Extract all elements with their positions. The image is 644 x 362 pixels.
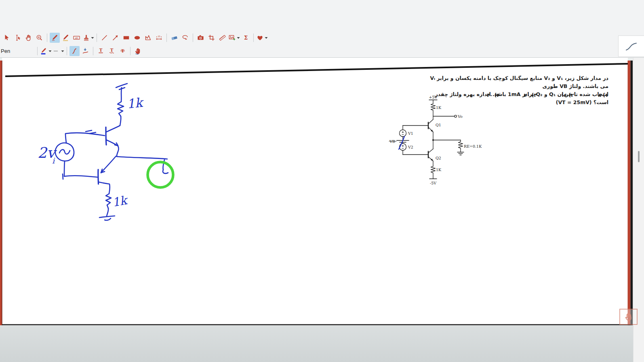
pen-mode-label: Pen (0, 48, 35, 54)
toolbar-separator (37, 47, 38, 55)
pen-options-buttons: TTT (40, 46, 143, 56)
dropdown-caret-icon[interactable] (265, 37, 268, 39)
image-add-icon (228, 34, 236, 42)
hand-icon (623, 311, 634, 322)
dropdown-caret-icon[interactable] (61, 50, 64, 52)
toolbar-separator (97, 33, 97, 42)
polygon-tool-button[interactable] (143, 33, 153, 43)
palm-icon (134, 47, 142, 55)
ruler-icon (219, 34, 226, 42)
toolbar-row-tools: abl10Σ (1, 33, 268, 43)
lasso-icon (181, 34, 189, 42)
t-strike-icon: T (119, 47, 126, 55)
scrollbar-thumb[interactable] (638, 151, 640, 162)
line-icon (101, 34, 108, 42)
pen-color-icon (40, 47, 48, 55)
heart-icon (256, 34, 264, 42)
underline-text-button[interactable]: T (96, 46, 106, 56)
option-2: ۱۶ (۲ (561, 92, 574, 98)
toolbar-row-pen-options: Pen TTT (0, 45, 143, 57)
crop-icon (208, 34, 215, 42)
eraser-tool-button[interactable] (169, 33, 179, 43)
arrow-tool-button[interactable] (110, 33, 120, 43)
pressure-icon (82, 47, 89, 55)
crop-tool-button[interactable] (206, 33, 217, 43)
dropdown-caret-icon[interactable] (48, 50, 52, 52)
measure-icon: 10 (155, 34, 163, 42)
favorites-tool-button[interactable] (256, 33, 268, 43)
option-4: ۴۰ (۴ (487, 92, 500, 98)
arrow-icon (112, 34, 119, 42)
rect-icon (122, 34, 130, 42)
formula-tool-button[interactable]: Σ (241, 33, 251, 43)
smooth-ink-button[interactable] (69, 46, 80, 56)
toolbar-separator (193, 33, 193, 42)
dropdown-caret-icon[interactable] (91, 37, 94, 39)
answer-options: ۴۰ (۴ ۲۰ (۳ ۱۶ (۲ ۸ (۱ (487, 92, 608, 98)
toolbar-separator (253, 33, 254, 42)
pen-style-button[interactable] (40, 46, 52, 56)
svg-text:T: T (99, 48, 103, 52)
camera-icon (197, 34, 204, 42)
option-1: ۸ (۱ (598, 92, 608, 98)
sigma-icon: Σ (242, 34, 250, 42)
insert-image-tool-button[interactable] (228, 33, 240, 43)
select-tool-button[interactable] (2, 33, 12, 43)
toolbar-separator (130, 47, 130, 55)
toolbar: abl10Σ Pen TTT (0, 0, 644, 58)
stamp-tool-button[interactable] (82, 33, 94, 43)
palm-rejection-button[interactable] (133, 46, 143, 56)
toolbar-separator (67, 47, 67, 55)
squiggle-underline-text-button[interactable]: T (107, 46, 117, 56)
question-text: در مدار شکل زیر، V₁ و V₂ منابع سیگنال کو… (420, 74, 608, 107)
text-select-tool-button[interactable] (13, 33, 23, 43)
line-width-icon (53, 47, 60, 55)
touch-pan-button[interactable] (619, 309, 638, 325)
toolbar-separator (93, 47, 93, 55)
document-area[interactable]: در مدار شکل زیر، V₁ و V₂ منابع سیگنال کو… (0, 58, 644, 362)
stamp-icon (82, 34, 90, 42)
app-window: { "app": { "pen_label": "Pen" }, "toolba… (0, 0, 644, 362)
snapshot-tool-button[interactable] (196, 33, 206, 43)
svg-text:Σ: Σ (244, 34, 248, 41)
measure-tool-button[interactable]: 10 (154, 33, 164, 43)
hand-icon (25, 34, 32, 42)
question-line-1: در مدار شکل زیر، V₁ و V₂ منابع سیگنال کو… (420, 74, 608, 90)
ink-pressure-button[interactable] (80, 46, 90, 56)
marker-icon (62, 34, 69, 42)
pen-width-button[interactable] (53, 46, 64, 56)
toolbar-separator (47, 33, 47, 42)
stroke-preview-curve-icon (625, 41, 638, 52)
marker-tool-button[interactable] (61, 33, 71, 43)
textbox-icon: abl (73, 34, 80, 42)
text-select-icon (14, 34, 21, 42)
eraser-icon (170, 34, 178, 42)
t-underline-icon: T (97, 47, 105, 55)
svg-text:abl: abl (75, 37, 78, 39)
select-icon (3, 34, 11, 42)
zoom-icon (36, 34, 43, 42)
strikeout-text-button[interactable]: T (118, 46, 128, 56)
option-3: ۲۰ (۳ (524, 92, 537, 98)
svg-text:T: T (110, 48, 114, 52)
ellipse-tool-button[interactable] (132, 33, 142, 43)
pen-tool-button[interactable] (50, 33, 60, 43)
ellipse-icon (133, 34, 141, 42)
line-tool-button[interactable] (99, 33, 109, 43)
pan-tool-button[interactable] (23, 33, 34, 43)
stroke-preview-panel[interactable] (618, 36, 644, 57)
dropdown-caret-icon[interactable] (237, 37, 240, 39)
t-squiggle-icon: T (108, 47, 116, 55)
text-box-tool-button[interactable]: abl (72, 33, 82, 43)
curve-icon (71, 47, 78, 55)
rectangle-tool-button[interactable] (121, 33, 131, 43)
polygon-icon (144, 34, 152, 42)
toolbar-separator (166, 33, 167, 42)
ruler-tool-button[interactable] (217, 33, 227, 43)
lasso-tool-button[interactable] (180, 33, 190, 43)
svg-text:10: 10 (158, 35, 160, 38)
zoom-tool-button[interactable] (34, 33, 44, 43)
pen-icon (51, 34, 59, 42)
